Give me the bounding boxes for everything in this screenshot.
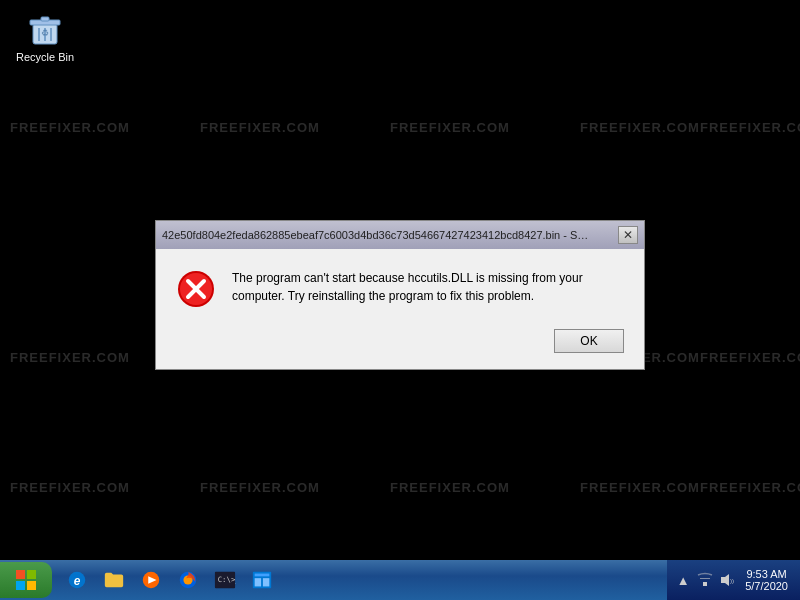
taskbar-folder-icon[interactable]	[97, 565, 131, 595]
watermark: FREEFIXER.COM	[390, 480, 510, 495]
taskbar-media-icon[interactable]	[134, 565, 168, 595]
svg-rect-26	[263, 578, 269, 586]
svg-rect-27	[703, 582, 707, 586]
watermark: FREEFIXER.COM	[200, 120, 320, 135]
watermark: FREEFIXER.COM	[700, 120, 800, 135]
svg-rect-11	[16, 570, 25, 579]
svg-rect-14	[27, 581, 36, 590]
watermark: FREEFIXER.COM	[10, 480, 130, 495]
svg-rect-12	[27, 570, 36, 579]
taskbar-ie-icon[interactable]: e	[60, 565, 94, 595]
desktop: FREEFIXER.COM FREEFIXER.COM FREEFIXER.CO…	[0, 0, 800, 560]
dialog-message: The program can't start because hccutils…	[232, 269, 624, 305]
tray-expand-icon[interactable]: ▲	[675, 572, 691, 588]
error-dialog: 42e50fd804e2feda862885ebeaf7c6003d4bd36c…	[155, 220, 645, 370]
dialog-close-button[interactable]: ✕	[618, 226, 638, 244]
watermark: FREEFIXER.COM	[200, 480, 320, 495]
watermark: FREEFIXER.COM	[580, 480, 700, 495]
svg-rect-25	[255, 578, 261, 586]
watermark: FREEFIXER.COM	[700, 480, 800, 495]
svg-text:♻: ♻	[41, 28, 49, 38]
svg-marker-29	[721, 574, 729, 586]
recycle-bin-icon[interactable]: ♻ Recycle Bin	[10, 8, 80, 63]
svg-rect-28	[700, 578, 710, 579]
watermark: FREEFIXER.COM	[10, 120, 130, 135]
svg-text:)): ))	[730, 578, 734, 584]
taskbar-firefox-icon[interactable]	[171, 565, 205, 595]
svg-text:C:\>_: C:\>_	[218, 575, 236, 584]
clock-time: 9:53 AM	[746, 568, 786, 580]
watermark: FREEFIXER.COM	[700, 350, 800, 365]
tray-network-icon[interactable]	[697, 572, 713, 588]
ok-button[interactable]: OK	[554, 329, 624, 353]
recycle-bin-label: Recycle Bin	[16, 51, 74, 63]
svg-rect-13	[16, 581, 25, 590]
taskbar-apps: e C:\>_	[56, 565, 667, 595]
dialog-body: The program can't start because hccutils…	[156, 249, 644, 369]
dialog-title: 42e50fd804e2feda862885ebeaf7c6003d4bd36c…	[162, 229, 592, 241]
system-tray: ▲ )) 9:53 AM 5/7/2020	[667, 560, 800, 600]
dialog-titlebar: 42e50fd804e2feda862885ebeaf7c6003d4bd36c…	[156, 221, 644, 249]
watermark: FREEFIXER.COM	[10, 350, 130, 365]
dialog-footer: OK	[176, 329, 624, 353]
svg-rect-2	[41, 17, 49, 21]
svg-text:e: e	[74, 574, 81, 588]
system-clock[interactable]: 9:53 AM 5/7/2020	[741, 568, 792, 592]
taskbar-cmd-icon[interactable]: C:\>_	[208, 565, 242, 595]
svg-rect-24	[255, 574, 270, 577]
recycle-bin-image: ♻	[25, 8, 65, 48]
clock-date: 5/7/2020	[745, 580, 788, 592]
start-button[interactable]	[0, 562, 52, 598]
dialog-content: The program can't start because hccutils…	[176, 269, 624, 309]
error-icon	[176, 269, 216, 309]
watermark: FREEFIXER.COM	[390, 120, 510, 135]
watermark: FREEFIXER.COM	[580, 120, 700, 135]
taskbar-app-icon[interactable]	[245, 565, 279, 595]
taskbar: e C:\>_	[0, 560, 800, 600]
tray-volume-icon[interactable]: ))	[719, 572, 735, 588]
